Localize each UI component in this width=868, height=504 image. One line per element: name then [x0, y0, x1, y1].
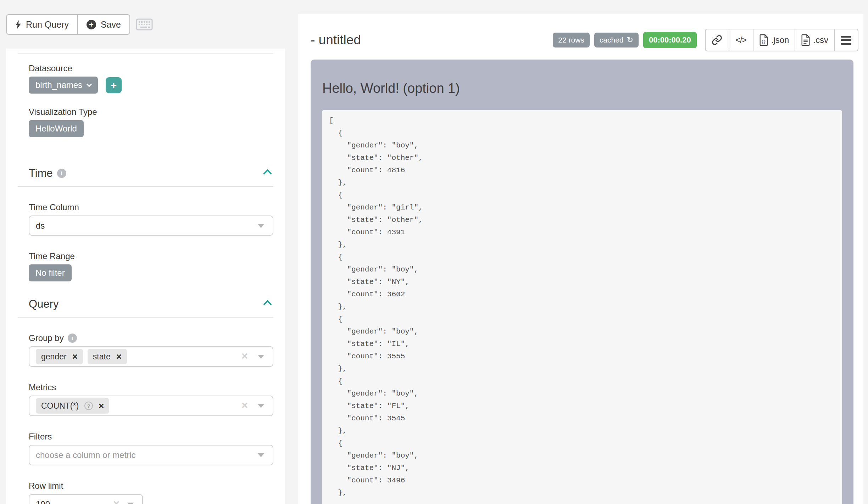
code-icon: </> [735, 35, 746, 45]
export-json-button[interactable]: {} .json [753, 29, 795, 51]
row-limit-label: Row limit [29, 481, 273, 491]
filters-select[interactable]: choose a column or metric [29, 445, 273, 465]
plus-circle-icon: + [87, 20, 96, 29]
chart-title: Hello, World! (option 1) [322, 81, 853, 96]
run-query-label: Run Query [26, 19, 69, 30]
filters-label: Filters [29, 432, 273, 442]
row-count-badge: 22 rows [553, 33, 590, 47]
section-divider [18, 186, 273, 187]
remove-chip-icon[interactable]: × [72, 351, 78, 362]
export-csv-button[interactable]: .csv [795, 29, 834, 51]
cached-badge[interactable]: cached ↻ [594, 33, 639, 47]
datasource-label: Datasource [29, 63, 273, 73]
clear-select-icon[interactable]: × [113, 498, 119, 504]
viz-type-label: Visualization Type [29, 107, 273, 117]
metrics-label: Metrics [29, 382, 273, 392]
chip-label: COUNT(*) [41, 401, 79, 411]
lightning-bolt-icon [15, 20, 21, 29]
export-json-label: .json [771, 35, 789, 45]
save-label: Save [101, 19, 121, 30]
group-by-chip[interactable]: state × [88, 349, 127, 364]
save-button[interactable]: + Save [78, 14, 130, 35]
link-icon [712, 35, 722, 45]
row-limit-value: 100 [36, 499, 50, 504]
chart-code-container[interactable]: [ { "gender": "boy", "state": "other", "… [322, 110, 842, 504]
dropdown-triangle-icon [258, 404, 264, 408]
chip-label: gender [41, 352, 67, 362]
query-section-header: Query [29, 298, 273, 310]
datasource-select-button[interactable]: birth_names [29, 77, 98, 94]
slice-title[interactable]: - untitled [311, 33, 361, 47]
metrics-select[interactable]: COUNT(*) ? × × [29, 396, 273, 416]
control-panel: Datasource birth_names + Visualization T… [6, 49, 285, 504]
dropdown-triangle-icon [258, 453, 264, 457]
time-column-value: ds [36, 221, 45, 231]
view-query-button[interactable]: </> [729, 29, 753, 51]
group-by-chip[interactable]: gender × [36, 349, 83, 364]
time-column-label: Time Column [29, 202, 273, 212]
short-link-button[interactable] [705, 29, 729, 51]
metric-chip[interactable]: COUNT(*) ? × [36, 398, 109, 414]
dropdown-triangle-icon [258, 224, 264, 228]
svg-text:{}: {} [761, 40, 766, 44]
collapse-chevron-up-icon[interactable] [263, 169, 272, 178]
time-range-value: No filter [35, 268, 65, 278]
time-section-header: Time i [29, 167, 273, 180]
dropdown-triangle-icon [258, 355, 264, 359]
chart-json-output: [ { "gender": "boy", "state": "other", "… [329, 114, 842, 499]
time-column-select[interactable]: ds [29, 215, 273, 236]
csv-file-icon [801, 34, 810, 46]
json-file-icon: {} [759, 34, 768, 46]
question-circle-icon: ? [84, 402, 93, 410]
time-range-button[interactable]: No filter [29, 264, 72, 281]
export-button-group: </> {} .json .csv [705, 29, 858, 51]
info-icon: i [68, 334, 77, 343]
viz-type-value: HelloWorld [35, 124, 77, 134]
timer-badge: 00:00:00.20 [643, 32, 697, 48]
row-limit-select[interactable]: 100 × [29, 494, 143, 504]
datasource-value: birth_names [35, 80, 82, 90]
result-panel: - untitled 22 rows cached ↻ 00:00:00.20 [298, 14, 863, 504]
remove-chip-icon[interactable]: × [99, 401, 104, 411]
refresh-icon: ↻ [627, 36, 633, 44]
group-by-select[interactable]: gender × state × × [29, 346, 273, 367]
add-datasource-button[interactable]: + [106, 77, 122, 93]
filters-placeholder: choose a column or metric [36, 450, 135, 460]
dropdown-triangle-icon [127, 503, 134, 504]
query-button-group: Run Query + Save [6, 14, 130, 35]
query-section-title: Query [29, 298, 59, 310]
section-divider [18, 317, 273, 318]
hamburger-icon [841, 36, 851, 45]
collapse-chevron-up-icon[interactable] [263, 300, 272, 308]
clear-select-icon[interactable]: × [241, 399, 248, 412]
export-csv-label: .csv [813, 35, 828, 45]
time-range-label: Time Range [29, 251, 273, 261]
viz-type-button[interactable]: HelloWorld [29, 120, 84, 137]
visualization-panel: Hello, World! (option 1) [ { "gender": "… [311, 60, 853, 504]
clear-select-icon[interactable]: × [241, 350, 248, 363]
result-header: - untitled 22 rows cached ↻ 00:00:00.20 [298, 14, 863, 51]
menu-button[interactable] [834, 29, 858, 51]
run-query-button[interactable]: Run Query [6, 14, 78, 35]
remove-chip-icon[interactable]: × [116, 351, 122, 362]
keyboard-shortcuts-icon[interactable] [136, 18, 153, 30]
info-icon: i [57, 169, 66, 178]
group-by-label: Group by i [29, 333, 273, 343]
panel-top-divider [18, 53, 273, 54]
time-section-title: Time [29, 167, 53, 180]
chip-label: state [93, 352, 111, 362]
chevron-down-icon [87, 81, 92, 87]
explore-toolbar: Run Query + Save [6, 14, 153, 35]
